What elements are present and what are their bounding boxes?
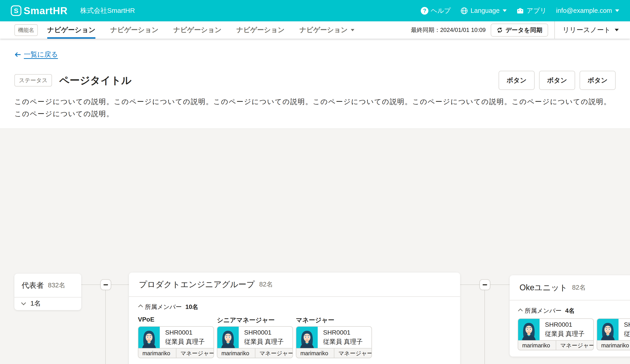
oke-unit-title-row: Okeユニット 82名	[510, 275, 630, 300]
members-label: 所属メンバー	[145, 303, 182, 311]
employee-card[interactable]: SHR0001 従業員 真理子 marimariko マネージャー	[217, 326, 293, 358]
employee-id: SHR0001	[323, 329, 363, 336]
back-to-list-link[interactable]: 一覧に戻る	[14, 50, 58, 59]
members-label: 所属メンバー	[525, 307, 562, 315]
nav-tab-5[interactable]: ナビゲーション	[300, 21, 354, 39]
role-header-senior-manager: シニアマネージャー	[217, 316, 293, 324]
employee-card-footer: marimariko マネージャー	[138, 348, 214, 358]
employee-username: marimariko	[138, 349, 176, 358]
employee-role: マネージャー	[255, 349, 292, 358]
title-row: ステータス ページタイトル ボタン ボタン ボタン	[14, 71, 616, 90]
oke-unit-title: Okeユニット	[520, 282, 568, 293]
avatar	[217, 327, 239, 348]
employee-role: マネージャー	[334, 349, 372, 358]
avatar	[138, 327, 160, 348]
employee-username: marimariko	[518, 341, 556, 350]
action-button-2[interactable]: ボタン	[539, 71, 575, 90]
account-menu[interactable]: info@example.com	[556, 7, 619, 14]
employee-card[interactable]: SHR0001 従業員 真理子 marimariko マネージャー	[296, 326, 372, 358]
employee-card[interactable]: SHR0001 従業員 真理子 marimariko マネージャー	[138, 326, 214, 358]
nav-tab-3[interactable]: ナビゲーション	[173, 21, 222, 39]
employee-role: マネージャー	[556, 341, 593, 350]
root-node-title-row: 代表者 832名	[14, 274, 81, 298]
page-title: ページタイトル	[59, 74, 132, 87]
connector-line	[490, 284, 510, 285]
apps-label: アプリ	[526, 6, 546, 15]
title-actions: ボタン ボタン ボタン	[498, 71, 616, 90]
members-header[interactable]: 所属メンバー 10名	[138, 302, 451, 312]
root-node-count: 832名	[48, 281, 65, 290]
root-node-title: 代表者	[22, 280, 44, 291]
avatar	[296, 327, 318, 348]
nav-tab-4[interactable]: ナビゲーション	[236, 21, 284, 39]
release-notes-menu[interactable]: リリースノート	[555, 25, 619, 35]
action-button-3[interactable]: ボタン	[580, 71, 616, 90]
members-count: 4名	[565, 307, 575, 315]
employee-card[interactable]: SHR0001 従業員 真理子 marimariko マネージャー	[597, 318, 630, 350]
employee-texts: SHR0001 従業員 真理子	[618, 319, 630, 340]
account-email: info@example.com	[556, 7, 612, 14]
collapse-button[interactable]	[100, 279, 111, 290]
sync-data-button[interactable]: データを同期	[491, 23, 548, 37]
back-link-label: 一覧に戻る	[24, 50, 58, 59]
employee-card[interactable]: SHR0001 従業員 真理子 marimariko マネージャー	[518, 318, 594, 350]
action-button-1[interactable]: ボタン	[498, 71, 534, 90]
chevron-down-icon	[615, 9, 619, 12]
sync-data-label: データを同期	[506, 26, 542, 34]
role-header-vpoe: VPoE	[138, 316, 214, 324]
arrow-left-icon	[14, 52, 21, 57]
role-header-row: VPoE シニアマネージャー マネージャー	[138, 316, 451, 324]
employee-card-top: SHR0001 従業員 真理子	[296, 327, 372, 348]
chevron-down-icon	[21, 300, 26, 305]
org-node-oke-unit: Okeユニット 82名 所属メンバー 4名	[510, 275, 630, 357]
employee-name: 従業員 真理子	[165, 338, 205, 346]
nav-tab-2[interactable]: ナビゲーション	[110, 21, 158, 39]
minus-icon	[482, 284, 487, 285]
org-node-root[interactable]: 代表者 832名 1名	[14, 274, 81, 310]
oke-unit-members: 所属メンバー 4名	[510, 300, 630, 350]
oke-unit-count: 82名	[572, 283, 586, 292]
globe-icon	[460, 7, 468, 15]
release-notes-label: リリースノート	[562, 25, 611, 35]
employee-card-top: SHR0001 従業員 真理子	[217, 327, 292, 348]
employee-id: SHR0001	[624, 321, 630, 328]
employee-name: 従業員 真理子	[323, 338, 363, 346]
toolbox-icon	[516, 7, 524, 15]
feature-name-badge: 機能名	[14, 24, 38, 36]
employee-texts: SHR0001 従業員 真理子	[540, 319, 584, 340]
nav-right: 最終同期：2024/01/01 10:09 データを同期 リリースノート	[411, 21, 619, 39]
apps-menu[interactable]: アプリ	[516, 6, 546, 15]
org-chart-area: 代表者 832名 1名 プロダクトエンジニアグループ 82名 所属メンバー 10…	[0, 129, 630, 364]
language-label: Language	[470, 7, 500, 14]
employee-texts: SHR0001 従業員 真理子	[239, 327, 284, 348]
chevron-up-icon	[138, 305, 143, 309]
connector-line	[81, 284, 100, 285]
refresh-icon	[496, 27, 503, 33]
main-group-count: 82名	[259, 280, 273, 289]
avatar	[518, 319, 540, 340]
members-header[interactable]: 所属メンバー 4名	[518, 306, 630, 316]
status-badge: ステータス	[14, 74, 52, 86]
member-card-row: SHR0001 従業員 真理子 marimariko マネージャー	[518, 318, 630, 350]
nav-tab-5-label: ナビゲーション	[300, 25, 348, 35]
employee-card-top: SHR0001 従業員 真理子	[138, 327, 214, 348]
employee-name: 従業員 真理子	[244, 338, 284, 346]
employee-username: marimariko	[217, 349, 255, 358]
page-head: 一覧に戻る ステータス ページタイトル ボタン ボタン ボタン このページについ…	[0, 39, 630, 129]
nav-tabs: ナビゲーション ナビゲーション ナビゲーション ナビゲーション ナビゲーション	[47, 21, 354, 39]
language-menu[interactable]: Language	[460, 7, 507, 15]
employee-id: SHR0001	[165, 329, 205, 336]
smarthr-logo-icon	[11, 5, 22, 16]
help-menu[interactable]: ヘルプ	[421, 6, 451, 15]
employee-id: SHR0001	[545, 321, 584, 328]
nav-tab-1[interactable]: ナビゲーション	[47, 21, 96, 39]
employee-card-footer: marimariko マネージャー	[296, 348, 372, 358]
smarthr-logo-text: SmartHR	[24, 5, 68, 16]
collapse-button[interactable]	[480, 279, 490, 290]
chevron-down-icon	[503, 9, 507, 12]
root-node-expander[interactable]: 1名	[14, 298, 81, 309]
employee-name: 従業員 真理子	[545, 330, 584, 338]
company-name: 株式会社SmartHR	[80, 6, 135, 15]
employee-texts: SHR0001 従業員 真理子	[318, 327, 363, 348]
connector-line	[484, 290, 485, 364]
